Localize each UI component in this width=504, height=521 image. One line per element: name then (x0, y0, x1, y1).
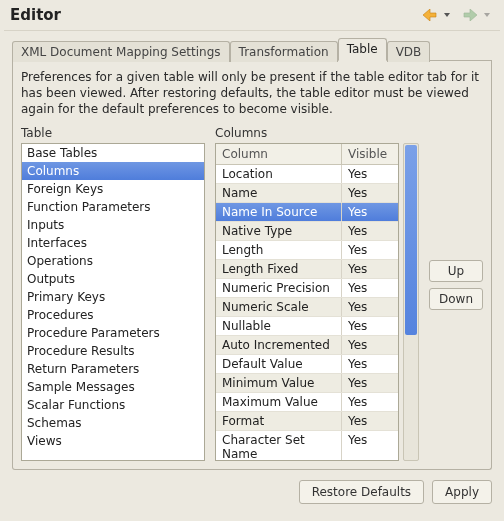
arrow-right-icon (463, 9, 477, 21)
list-item[interactable]: Columns (22, 162, 204, 180)
table-list-label: Table (21, 126, 205, 140)
table-row[interactable]: Minimum ValueYes (216, 374, 398, 393)
list-item[interactable]: Procedures (22, 306, 204, 324)
grid-header: Column Visible (216, 144, 398, 165)
table-row[interactable]: Length FixedYes (216, 260, 398, 279)
table-row[interactable]: Native TypeYes (216, 222, 398, 241)
grid-header-column[interactable]: Column (216, 144, 342, 164)
tab-pane-table: Preferences for a given table will only … (12, 61, 492, 470)
list-item[interactable]: Operations (22, 252, 204, 270)
list-item[interactable]: Schemas (22, 414, 204, 432)
cell-column: Location (216, 165, 342, 183)
apply-button[interactable]: Apply (432, 480, 492, 504)
grid-scrollbar[interactable] (403, 143, 419, 461)
down-button[interactable]: Down (429, 288, 483, 310)
list-item[interactable]: Inputs (22, 216, 204, 234)
list-item[interactable]: Primary Keys (22, 288, 204, 306)
tab-strip: XML Document Mapping SettingsTransformat… (0, 39, 504, 61)
arrow-left-icon (423, 9, 437, 21)
cell-column: Maximum Value (216, 393, 342, 411)
table-row[interactable]: Character Set NameYes (216, 431, 398, 460)
nav-forward-button[interactable] (460, 7, 480, 23)
nav-back-button[interactable] (420, 7, 440, 23)
list-item[interactable]: Foreign Keys (22, 180, 204, 198)
columns-grid-label: Columns (215, 126, 419, 140)
nav-forward-dropdown[interactable] (480, 9, 494, 21)
cell-column: Native Type (216, 222, 342, 240)
cell-column: Numeric Precision (216, 279, 342, 297)
cell-visible: Yes (342, 412, 398, 430)
list-item[interactable]: Return Parameters (22, 360, 204, 378)
list-item[interactable]: Views (22, 432, 204, 450)
table-row[interactable]: FormatYes (216, 412, 398, 431)
tab-table[interactable]: Table (338, 38, 387, 61)
table-row[interactable]: NameYes (216, 184, 398, 203)
cell-column: Numeric Scale (216, 298, 342, 316)
cell-column: Name In Source (216, 203, 342, 221)
tab-transformation[interactable]: Transformation (230, 41, 338, 62)
page-title: Editor (10, 6, 420, 24)
cell-visible: Yes (342, 184, 398, 202)
description-text: Preferences for a given table will only … (21, 69, 483, 118)
tab-vdb[interactable]: VDB (387, 41, 431, 62)
cell-column: Auto Incremented (216, 336, 342, 354)
table-row[interactable]: LocationYes (216, 165, 398, 184)
table-row[interactable]: NullableYes (216, 317, 398, 336)
cell-column: Minimum Value (216, 374, 342, 392)
cell-visible: Yes (342, 165, 398, 183)
header-divider (4, 30, 500, 31)
nav-back-dropdown[interactable] (440, 9, 454, 21)
cell-visible: Yes (342, 355, 398, 373)
restore-defaults-button[interactable]: Restore Defaults (299, 480, 424, 504)
cell-visible: Yes (342, 241, 398, 259)
table-row[interactable]: Maximum ValueYes (216, 393, 398, 412)
cell-visible: Yes (342, 431, 398, 460)
cell-visible: Yes (342, 279, 398, 297)
cell-visible: Yes (342, 374, 398, 392)
table-row[interactable]: Numeric PrecisionYes (216, 279, 398, 298)
chevron-down-icon (483, 11, 491, 19)
cell-visible: Yes (342, 336, 398, 354)
cell-column: Character Set Name (216, 431, 342, 460)
table-row[interactable]: Default ValueYes (216, 355, 398, 374)
list-item[interactable]: Outputs (22, 270, 204, 288)
columns-grid[interactable]: Column Visible LocationYesNameYesName In… (215, 143, 399, 461)
table-row[interactable]: Auto IncrementedYes (216, 336, 398, 355)
cell-visible: Yes (342, 393, 398, 411)
cell-column: Default Value (216, 355, 342, 373)
cell-column: Name (216, 184, 342, 202)
list-item[interactable]: Procedure Results (22, 342, 204, 360)
grid-header-visible[interactable]: Visible (342, 144, 398, 164)
list-item[interactable]: Interfaces (22, 234, 204, 252)
list-item[interactable]: Scalar Functions (22, 396, 204, 414)
cell-column: Length (216, 241, 342, 259)
chevron-down-icon (443, 11, 451, 19)
scrollbar-thumb[interactable] (405, 145, 417, 335)
cell-visible: Yes (342, 222, 398, 240)
cell-visible: Yes (342, 203, 398, 221)
list-item[interactable]: Base Tables (22, 144, 204, 162)
table-row[interactable]: Name In SourceYes (216, 203, 398, 222)
cell-column: Nullable (216, 317, 342, 335)
table-row[interactable]: LengthYes (216, 241, 398, 260)
table-list[interactable]: Base TablesColumnsForeign KeysFunction P… (21, 143, 205, 461)
list-item[interactable]: Function Parameters (22, 198, 204, 216)
table-row[interactable]: Numeric ScaleYes (216, 298, 398, 317)
tab-xml-document-mapping-settings[interactable]: XML Document Mapping Settings (12, 41, 230, 62)
up-button[interactable]: Up (429, 260, 483, 282)
cell-column: Format (216, 412, 342, 430)
cell-visible: Yes (342, 317, 398, 335)
list-item[interactable]: Procedure Parameters (22, 324, 204, 342)
cell-visible: Yes (342, 298, 398, 316)
list-item[interactable]: Sample Messages (22, 378, 204, 396)
cell-column: Length Fixed (216, 260, 342, 278)
cell-visible: Yes (342, 260, 398, 278)
